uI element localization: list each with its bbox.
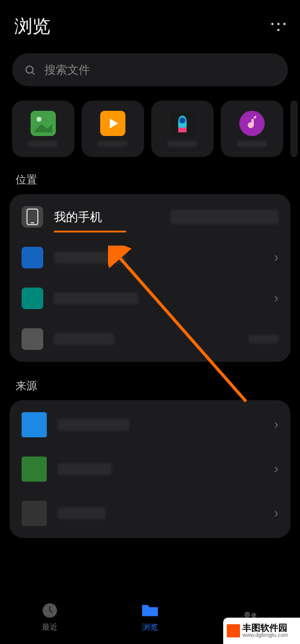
chevron-right-icon: › xyxy=(274,506,278,521)
video-icon xyxy=(100,111,125,136)
watermark-logo xyxy=(227,624,240,637)
search-icon xyxy=(24,64,36,76)
audio-icon xyxy=(239,111,265,136)
drive-icon xyxy=(22,328,43,350)
source-item[interactable]: › xyxy=(10,491,290,536)
source-item[interactable]: › xyxy=(10,403,290,447)
search-input[interactable]: 搜索文件 xyxy=(12,53,288,86)
category-images[interactable] xyxy=(12,101,74,157)
svg-point-14 xyxy=(251,613,256,618)
location-item[interactable]: › xyxy=(10,278,290,319)
locations-heading: 位置 xyxy=(0,173,300,194)
nav-label: 浏览 xyxy=(142,622,158,633)
more-menu-button[interactable] xyxy=(271,20,286,34)
sources-card: › › › xyxy=(10,400,290,538)
app-icon xyxy=(170,111,195,136)
svg-point-6 xyxy=(179,117,185,123)
watermark-url: www.dgfengtu.com xyxy=(242,633,288,639)
search-placeholder: 搜索文件 xyxy=(44,62,90,78)
nav-label: 最近 xyxy=(42,622,58,633)
image-icon xyxy=(31,111,56,136)
category-audio[interactable] xyxy=(221,101,283,157)
category-apps[interactable] xyxy=(151,101,214,157)
watermark: 丰图软件园 www.dgfengtu.com xyxy=(223,618,300,644)
phone-icon xyxy=(22,206,43,228)
svg-point-0 xyxy=(26,66,33,73)
svg-point-13 xyxy=(244,612,250,618)
location-item[interactable]: › xyxy=(10,237,290,278)
clock-icon xyxy=(41,601,59,619)
location-label: 我的手机 xyxy=(54,209,160,225)
source-icon xyxy=(22,501,47,526)
watermark-name: 丰图软件园 xyxy=(242,623,288,633)
drive-icon xyxy=(22,247,43,268)
chevron-right-icon: › xyxy=(274,417,278,433)
folder-icon xyxy=(141,601,159,619)
location-item[interactable] xyxy=(10,319,290,359)
source-item[interactable]: › xyxy=(10,447,290,491)
category-more[interactable] xyxy=(290,101,298,157)
locations-card: 我的手机 › › xyxy=(10,194,290,362)
location-my-phone[interactable]: 我的手机 xyxy=(10,196,290,237)
source-icon xyxy=(22,456,47,482)
nav-recent[interactable]: 最近 xyxy=(26,601,74,633)
drive-icon xyxy=(22,288,43,309)
sources-heading: 来源 xyxy=(0,379,300,400)
chevron-right-icon: › xyxy=(274,250,278,265)
category-videos[interactable] xyxy=(82,101,144,157)
svg-rect-7 xyxy=(178,128,187,132)
svg-point-3 xyxy=(37,117,41,122)
category-row xyxy=(0,101,300,173)
source-icon xyxy=(22,412,47,437)
chevron-right-icon: › xyxy=(274,291,278,306)
page-title: 浏览 xyxy=(14,14,50,39)
svg-line-1 xyxy=(32,72,35,74)
nav-browse[interactable]: 浏览 xyxy=(126,601,174,633)
chevron-right-icon: › xyxy=(274,461,278,477)
